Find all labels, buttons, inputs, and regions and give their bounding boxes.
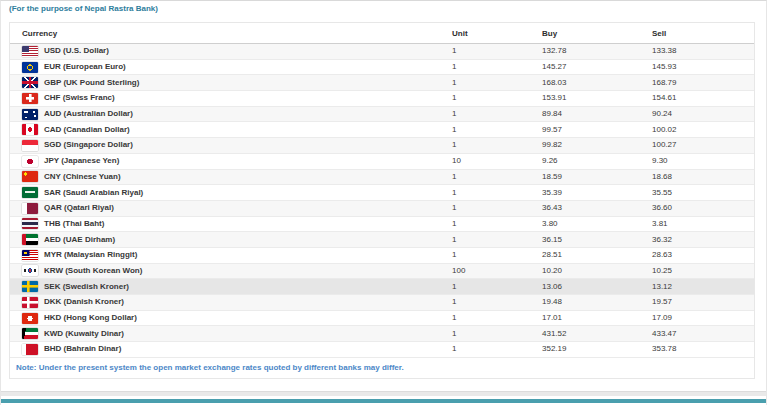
sell-cell: 133.38 [652, 47, 754, 55]
buy-cell: 13.06 [542, 283, 652, 291]
unit-cell: 1 [452, 126, 542, 134]
us-flag-icon [22, 46, 38, 57]
table-row: CHF (Swiss Franc) 1 153.91 154.61 [10, 91, 754, 107]
sell-cell: 168.79 [652, 79, 754, 87]
au-flag-icon [22, 109, 38, 120]
unit-cell: 1 [452, 298, 542, 306]
currency-cell: USD (U.S. Dollar) [44, 47, 452, 55]
buy-cell: 18.59 [542, 173, 652, 181]
table-row: HKD (Hong Kong Dollar) 1 17.01 17.09 [10, 311, 754, 327]
dk-flag-icon [22, 297, 38, 308]
sell-cell: 28.63 [652, 251, 754, 259]
column-header-currency: Currency [22, 29, 452, 38]
section-divider-band [1, 391, 766, 396]
table-row: DKK (Danish Kroner) 1 19.48 19.57 [10, 295, 754, 311]
sell-cell: 36.60 [652, 204, 754, 212]
table-row: SEK (Swedish Kroner) 1 13.06 13.12 [10, 279, 754, 295]
unit-cell: 1 [452, 236, 542, 244]
hk-flag-icon [22, 313, 38, 324]
buy-cell: 3.80 [542, 220, 652, 228]
buy-cell: 17.01 [542, 314, 652, 322]
table-row: EUR (European Euro) 1 145.27 145.93 [10, 60, 754, 76]
sell-cell: 18.68 [652, 173, 754, 181]
table-row: AED (UAE Dirham) 1 36.15 36.32 [10, 232, 754, 248]
table-body: USD (U.S. Dollar) 1 132.78 133.38 EUR (E… [10, 44, 754, 358]
currency-cell: SEK (Swedish Kroner) [44, 283, 452, 291]
note-text: Note: Under the present system the open … [10, 358, 754, 378]
table-row: GBP (UK Pound Sterling) 1 168.03 168.79 [10, 75, 754, 91]
teal-section-rule [1, 399, 766, 403]
page-subtitle: (For the purpose of Nepal Rastra Bank) [1, 1, 766, 15]
buy-cell: 89.84 [542, 110, 652, 118]
sell-cell: 35.55 [652, 189, 754, 197]
sell-cell: 3.81 [652, 220, 754, 228]
eu-flag-icon [22, 62, 38, 73]
currency-cell: AED (UAE Dirham) [44, 236, 452, 244]
buy-cell: 99.82 [542, 141, 652, 149]
unit-cell: 1 [452, 189, 542, 197]
unit-cell: 1 [452, 79, 542, 87]
buy-cell: 145.27 [542, 63, 652, 71]
qa-flag-icon [22, 203, 38, 214]
unit-cell: 1 [452, 251, 542, 259]
column-header-sell: Sell [652, 29, 754, 38]
buy-cell: 153.91 [542, 94, 652, 102]
currency-cell: JPY (Japanese Yen) [44, 157, 452, 165]
jp-flag-icon [22, 156, 38, 167]
table-row: CNY (Chinese Yuan) 1 18.59 18.68 [10, 170, 754, 186]
currency-cell: THB (Thai Baht) [44, 220, 452, 228]
table-header-row: Currency Unit Buy Sell [10, 23, 754, 44]
currency-cell: DKK (Danish Kroner) [44, 298, 452, 306]
kw-flag-icon [22, 328, 38, 339]
currency-cell: GBP (UK Pound Sterling) [44, 79, 452, 87]
exchange-rates-page: (For the purpose of Nepal Rastra Bank) C… [0, 0, 767, 405]
column-header-unit: Unit [452, 29, 542, 38]
unit-cell: 100 [452, 267, 542, 275]
currency-cell: CAD (Canadian Dollar) [44, 126, 452, 134]
sa-flag-icon [22, 187, 38, 198]
buy-cell: 132.78 [542, 47, 652, 55]
table-row: THB (Thai Baht) 1 3.80 3.81 [10, 217, 754, 233]
sell-cell: 100.27 [652, 141, 754, 149]
currency-cell: HKD (Hong Kong Dollar) [44, 314, 452, 322]
kr-flag-icon [22, 265, 38, 276]
table-row: QAR (Qatari Riyal) 1 36.43 36.60 [10, 201, 754, 217]
sell-cell: 36.32 [652, 236, 754, 244]
table-row: BHD (Bahrain Dinar) 1 352.19 353.78 [10, 342, 754, 358]
se-flag-icon [22, 281, 38, 292]
rates-table-panel: Currency Unit Buy Sell USD (U.S. Dollar)… [9, 22, 755, 379]
unit-cell: 1 [452, 314, 542, 322]
unit-cell: 1 [452, 141, 542, 149]
unit-cell: 1 [452, 110, 542, 118]
currency-cell: KWD (Kuwaity Dinar) [44, 330, 452, 338]
currency-cell: BHD (Bahrain Dinar) [44, 345, 452, 353]
sell-cell: 90.24 [652, 110, 754, 118]
unit-cell: 1 [452, 173, 542, 181]
table-row: USD (U.S. Dollar) 1 132.78 133.38 [10, 44, 754, 60]
unit-cell: 1 [452, 283, 542, 291]
ca-flag-icon [22, 124, 38, 135]
buy-cell: 99.57 [542, 126, 652, 134]
table-row: KRW (South Korean Won) 100 10.20 10.25 [10, 264, 754, 280]
currency-cell: CHF (Swiss Franc) [44, 94, 452, 102]
sell-cell: 100.02 [652, 126, 754, 134]
table-row: SAR (Saudi Arabian Riyal) 1 35.39 35.55 [10, 185, 754, 201]
cn-flag-icon [22, 171, 38, 182]
buy-cell: 431.52 [542, 330, 652, 338]
sell-cell: 9.30 [652, 157, 754, 165]
buy-cell: 36.43 [542, 204, 652, 212]
table-row: MYR (Malaysian Ringgit) 1 28.51 28.63 [10, 248, 754, 264]
table-row: SGD (Singapore Dollar) 1 99.82 100.27 [10, 138, 754, 154]
currency-cell: QAR (Qatari Riyal) [44, 204, 452, 212]
table-row: KWD (Kuwaity Dinar) 1 431.52 433.47 [10, 326, 754, 342]
unit-cell: 1 [452, 204, 542, 212]
table-row: CAD (Canadian Dollar) 1 99.57 100.02 [10, 122, 754, 138]
gb-flag-icon [22, 77, 38, 88]
currency-cell: CNY (Chinese Yuan) [44, 173, 452, 181]
table-row: JPY (Japanese Yen) 10 9.26 9.30 [10, 154, 754, 170]
table-row: AUD (Australian Dollar) 1 89.84 90.24 [10, 107, 754, 123]
sell-cell: 353.78 [652, 345, 754, 353]
buy-cell: 168.03 [542, 79, 652, 87]
unit-cell: 1 [452, 330, 542, 338]
unit-cell: 1 [452, 94, 542, 102]
